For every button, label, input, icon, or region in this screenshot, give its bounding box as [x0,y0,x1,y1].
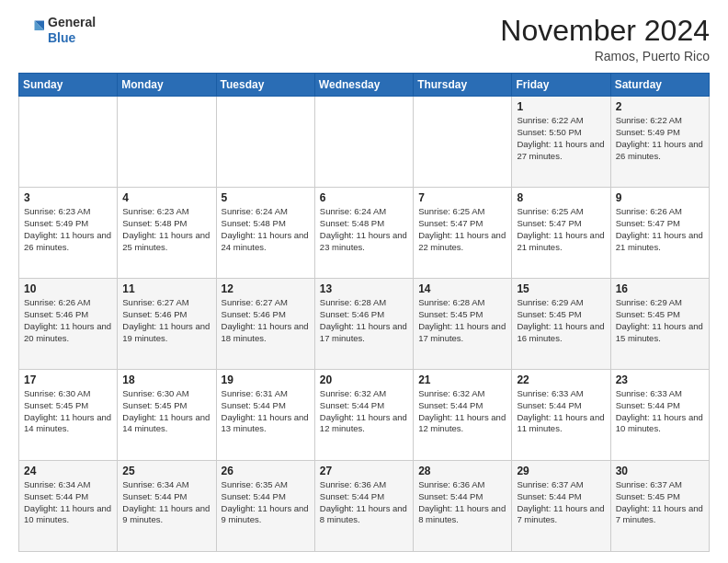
day-number: 3 [24,191,112,204]
day-info: Sunrise: 6:31 AM Sunset: 5:44 PM Dayligh… [222,388,310,435]
calendar-cell: 27Sunrise: 6:36 AM Sunset: 5:44 PM Dayli… [314,461,413,552]
day-info: Sunrise: 6:27 AM Sunset: 5:46 PM Dayligh… [222,297,310,344]
day-info: Sunrise: 6:25 AM Sunset: 5:47 PM Dayligh… [418,206,506,253]
calendar-cell: 3Sunrise: 6:23 AM Sunset: 5:49 PM Daylig… [19,188,118,279]
location: Ramos, Puerto Rico [500,49,710,63]
calendar-cell: 1Sunrise: 6:22 AM Sunset: 5:50 PM Daylig… [512,97,610,188]
day-number: 5 [222,191,310,204]
day-info: Sunrise: 6:30 AM Sunset: 5:45 PM Dayligh… [24,388,112,435]
calendar-cell: 28Sunrise: 6:36 AM Sunset: 5:44 PM Dayli… [414,461,512,552]
calendar-cell: 25Sunrise: 6:34 AM Sunset: 5:44 PM Dayli… [118,461,216,552]
col-monday: Monday [118,74,216,97]
logo-text: General Blue [48,15,96,46]
calendar-cell [216,97,314,188]
col-saturday: Saturday [610,74,709,97]
day-info: Sunrise: 6:34 AM Sunset: 5:44 PM Dayligh… [122,479,210,526]
day-info: Sunrise: 6:24 AM Sunset: 5:48 PM Dayligh… [320,206,408,253]
day-info: Sunrise: 6:36 AM Sunset: 5:44 PM Dayligh… [418,479,506,526]
day-number: 27 [320,465,408,477]
day-info: Sunrise: 6:32 AM Sunset: 5:44 PM Dayligh… [320,388,408,435]
calendar-cell: 2Sunrise: 6:22 AM Sunset: 5:49 PM Daylig… [610,97,709,188]
calendar-cell: 6Sunrise: 6:24 AM Sunset: 5:48 PM Daylig… [314,188,413,279]
day-info: Sunrise: 6:29 AM Sunset: 5:45 PM Dayligh… [517,297,605,344]
day-info: Sunrise: 6:29 AM Sunset: 5:45 PM Dayligh… [616,297,704,344]
day-number: 19 [222,373,310,386]
calendar-cell: 19Sunrise: 6:31 AM Sunset: 5:44 PM Dayli… [216,370,314,461]
calendar-cell [118,97,216,188]
calendar-cell: 16Sunrise: 6:29 AM Sunset: 5:45 PM Dayli… [610,279,709,370]
calendar-cell: 9Sunrise: 6:26 AM Sunset: 5:47 PM Daylig… [610,188,709,279]
day-number: 22 [517,373,605,386]
calendar-cell: 5Sunrise: 6:24 AM Sunset: 5:48 PM Daylig… [216,188,314,279]
calendar-cell: 26Sunrise: 6:35 AM Sunset: 5:44 PM Dayli… [216,461,314,552]
month-title: November 2024 [500,15,710,47]
calendar-cell: 18Sunrise: 6:30 AM Sunset: 5:45 PM Dayli… [118,370,216,461]
logo-general: General [48,15,96,30]
calendar-cell: 10Sunrise: 6:26 AM Sunset: 5:46 PM Dayli… [19,279,118,370]
header: General Blue November 2024 Ramos, Puerto… [18,15,710,63]
day-number: 29 [517,465,605,477]
logo: General Blue [18,15,96,46]
calendar-cell: 21Sunrise: 6:32 AM Sunset: 5:44 PM Dayli… [414,370,512,461]
day-number: 15 [517,282,605,295]
day-info: Sunrise: 6:26 AM Sunset: 5:47 PM Dayligh… [616,206,704,253]
day-info: Sunrise: 6:23 AM Sunset: 5:48 PM Dayligh… [122,206,210,253]
page: General Blue November 2024 Ramos, Puerto… [0,0,728,563]
calendar-cell: 7Sunrise: 6:25 AM Sunset: 5:47 PM Daylig… [414,188,512,279]
day-number: 20 [320,373,408,386]
logo-icon [18,17,44,43]
calendar-cell: 30Sunrise: 6:37 AM Sunset: 5:45 PM Dayli… [610,461,709,552]
day-number: 28 [418,465,506,477]
calendar-cell: 12Sunrise: 6:27 AM Sunset: 5:46 PM Dayli… [216,279,314,370]
day-info: Sunrise: 6:33 AM Sunset: 5:44 PM Dayligh… [616,388,704,435]
calendar-cell [19,97,118,188]
col-sunday: Sunday [19,74,118,97]
day-info: Sunrise: 6:34 AM Sunset: 5:44 PM Dayligh… [24,479,112,526]
calendar-cell: 11Sunrise: 6:27 AM Sunset: 5:46 PM Dayli… [118,279,216,370]
day-info: Sunrise: 6:32 AM Sunset: 5:44 PM Dayligh… [418,388,506,435]
header-row: Sunday Monday Tuesday Wednesday Thursday… [19,74,710,97]
day-info: Sunrise: 6:23 AM Sunset: 5:49 PM Dayligh… [24,206,112,253]
day-info: Sunrise: 6:22 AM Sunset: 5:50 PM Dayligh… [517,115,605,162]
col-friday: Friday [512,74,610,97]
day-number: 23 [616,373,704,386]
calendar-cell: 20Sunrise: 6:32 AM Sunset: 5:44 PM Dayli… [314,370,413,461]
day-number: 11 [122,282,210,295]
day-number: 24 [24,465,112,477]
calendar-table: Sunday Monday Tuesday Wednesday Thursday… [18,73,710,552]
day-number: 25 [122,465,210,477]
day-info: Sunrise: 6:37 AM Sunset: 5:44 PM Dayligh… [517,479,605,526]
calendar-week-2: 10Sunrise: 6:26 AM Sunset: 5:46 PM Dayli… [19,279,710,370]
calendar-cell [414,97,512,188]
day-info: Sunrise: 6:25 AM Sunset: 5:47 PM Dayligh… [517,206,605,253]
title-block: November 2024 Ramos, Puerto Rico [500,15,710,63]
day-number: 2 [616,100,704,113]
day-number: 4 [122,191,210,204]
day-number: 18 [122,373,210,386]
calendar-body: 1Sunrise: 6:22 AM Sunset: 5:50 PM Daylig… [19,97,710,552]
calendar-week-4: 24Sunrise: 6:34 AM Sunset: 5:44 PM Dayli… [19,461,710,552]
calendar-week-0: 1Sunrise: 6:22 AM Sunset: 5:50 PM Daylig… [19,97,710,188]
calendar-cell: 24Sunrise: 6:34 AM Sunset: 5:44 PM Dayli… [19,461,118,552]
day-info: Sunrise: 6:24 AM Sunset: 5:48 PM Dayligh… [222,206,310,253]
col-wednesday: Wednesday [314,74,413,97]
day-info: Sunrise: 6:26 AM Sunset: 5:46 PM Dayligh… [24,297,112,344]
calendar-header: Sunday Monday Tuesday Wednesday Thursday… [19,74,710,97]
day-info: Sunrise: 6:35 AM Sunset: 5:44 PM Dayligh… [222,479,310,526]
logo-blue: Blue [48,30,96,46]
day-info: Sunrise: 6:33 AM Sunset: 5:44 PM Dayligh… [517,388,605,435]
day-number: 21 [418,373,506,386]
calendar-cell: 15Sunrise: 6:29 AM Sunset: 5:45 PM Dayli… [512,279,610,370]
calendar-cell: 29Sunrise: 6:37 AM Sunset: 5:44 PM Dayli… [512,461,610,552]
calendar-cell [314,97,413,188]
calendar-week-1: 3Sunrise: 6:23 AM Sunset: 5:49 PM Daylig… [19,188,710,279]
day-number: 13 [320,282,408,295]
day-info: Sunrise: 6:36 AM Sunset: 5:44 PM Dayligh… [320,479,408,526]
day-number: 6 [320,191,408,204]
col-thursday: Thursday [414,74,512,97]
calendar-cell: 14Sunrise: 6:28 AM Sunset: 5:45 PM Dayli… [414,279,512,370]
day-number: 12 [222,282,310,295]
day-info: Sunrise: 6:30 AM Sunset: 5:45 PM Dayligh… [122,388,210,435]
day-number: 10 [24,282,112,295]
calendar-cell: 17Sunrise: 6:30 AM Sunset: 5:45 PM Dayli… [19,370,118,461]
